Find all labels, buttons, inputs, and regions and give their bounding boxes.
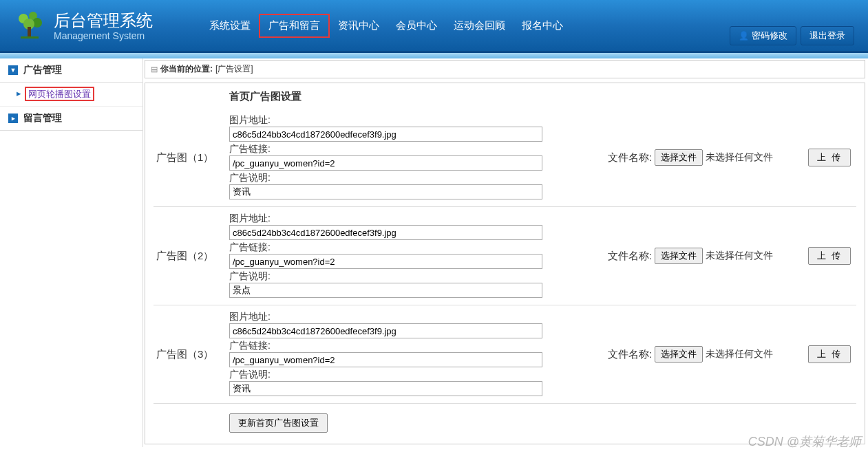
update-settings-button[interactable]: 更新首页广告图设置	[229, 413, 328, 433]
chevron-down-icon: ▼	[8, 65, 18, 75]
app-header: 后台管理系统 Management System 系统设置 广告和留言 资讯中心…	[0, 0, 868, 53]
sidebar-group-label: 留言管理	[23, 112, 62, 125]
sidebar-group-messages[interactable]: ▸ 留言管理	[0, 107, 142, 131]
file-name-label: 文件名称:	[608, 348, 652, 361]
ad-fields: 图片地址: 广告链接: 广告说明:	[229, 213, 573, 299]
logo-icon	[14, 9, 47, 42]
desc-label: 广告说明:	[229, 369, 573, 381]
app-title: 后台管理系统	[54, 10, 153, 32]
image-url-label: 图片地址:	[229, 213, 573, 225]
svg-rect-4	[28, 27, 31, 36]
nav-member-center[interactable]: 会员中心	[388, 15, 445, 36]
submit-area: 更新首页广告图设置	[229, 413, 856, 433]
upload-button[interactable]: 上 传	[808, 247, 851, 265]
ad-label: 广告图（2）	[154, 250, 229, 263]
top-nav: 系统设置 广告和留言 资讯中心 会员中心 运动会回顾 报名中心	[201, 0, 571, 51]
file-area: 文件名称: 选择文件 未选择任何文件	[573, 248, 801, 264]
ad-fields: 图片地址: 广告链接: 广告说明:	[229, 114, 573, 201]
bullet-icon: ▸	[17, 88, 21, 98]
settings-panel: 首页广告图设置 广告图（1） 图片地址: 广告链接: 广告说明:	[145, 83, 865, 444]
logo-area: 后台管理系统 Management System	[14, 9, 153, 42]
file-name-label: 文件名称:	[608, 151, 652, 164]
file-area: 文件名称: 选择文件 未选择任何文件	[573, 149, 801, 166]
user-icon: 👤	[739, 31, 749, 41]
nav-signup-center[interactable]: 报名中心	[514, 15, 571, 36]
file-status: 未选择任何文件	[706, 348, 773, 360]
sidebar-item-label: 网页轮播图设置	[25, 87, 94, 101]
ad-row-2: 广告图（2） 图片地址: 广告链接: 广告说明:	[154, 207, 856, 305]
change-password-label: 密码修改	[752, 30, 787, 42]
sidebar: ▼ 广告管理 ▸ 网页轮播图设置 ▸ 留言管理	[0, 58, 143, 447]
file-status: 未选择任何文件	[706, 151, 773, 164]
file-status: 未选择任何文件	[706, 250, 773, 262]
app-subtitle: Management System	[54, 30, 153, 41]
main-container: ▼ 广告管理 ▸ 网页轮播图设置 ▸ 留言管理 ▤ 你当前的位置: [广告设置]…	[0, 58, 868, 447]
desc-input[interactable]	[229, 184, 542, 199]
panel-title: 首页广告图设置	[229, 90, 856, 103]
nav-ads-messages[interactable]: 广告和留言	[259, 14, 330, 38]
image-url-label: 图片地址:	[229, 311, 573, 323]
image-url-label: 图片地址:	[229, 114, 573, 127]
file-area: 文件名称: 选择文件 未选择任何文件	[573, 346, 801, 363]
link-input[interactable]	[229, 352, 542, 367]
choose-file-button[interactable]: 选择文件	[655, 149, 703, 166]
link-input[interactable]	[229, 155, 542, 171]
ad-row-1: 广告图（1） 图片地址: 广告链接: 广告说明:	[154, 109, 856, 207]
image-url-input[interactable]	[229, 225, 542, 240]
svg-rect-5	[21, 36, 39, 39]
image-url-input[interactable]	[229, 127, 542, 142]
ad-fields: 图片地址: 广告链接: 广告说明:	[229, 311, 573, 398]
nav-sports-review[interactable]: 运动会回顾	[445, 15, 514, 36]
document-icon: ▤	[151, 65, 158, 74]
link-label: 广告链接:	[229, 143, 573, 155]
nav-news-center[interactable]: 资讯中心	[330, 15, 388, 36]
breadcrumb: ▤ 你当前的位置: [广告设置]	[145, 60, 865, 78]
choose-file-button[interactable]: 选择文件	[655, 248, 703, 264]
logout-button[interactable]: 退出登录	[801, 26, 854, 45]
desc-label: 广告说明:	[229, 270, 573, 283]
link-label: 广告链接:	[229, 340, 573, 352]
choose-file-button[interactable]: 选择文件	[655, 346, 703, 363]
upload-button[interactable]: 上 传	[808, 345, 851, 363]
nav-system-settings[interactable]: 系统设置	[201, 15, 259, 36]
link-label: 广告链接:	[229, 241, 573, 254]
image-url-input[interactable]	[229, 323, 542, 338]
ad-row-3: 广告图（3） 图片地址: 广告链接: 广告说明:	[154, 305, 856, 404]
logout-label: 退出登录	[809, 30, 845, 42]
change-password-button[interactable]: 👤 密码修改	[730, 26, 796, 45]
file-name-label: 文件名称:	[608, 250, 652, 263]
chevron-right-icon: ▸	[8, 114, 18, 123]
upload-button[interactable]: 上 传	[808, 149, 851, 166]
desc-label: 广告说明:	[229, 172, 573, 184]
header-accent-bar	[0, 53, 868, 58]
logo-text: 后台管理系统 Management System	[54, 10, 153, 41]
ad-label: 广告图（3）	[154, 348, 229, 361]
ad-label: 广告图（1）	[154, 151, 229, 164]
breadcrumb-prefix: 你当前的位置:	[160, 63, 213, 75]
sidebar-item-carousel-settings[interactable]: ▸ 网页轮播图设置	[0, 83, 142, 107]
desc-input[interactable]	[229, 381, 542, 396]
desc-input[interactable]	[229, 283, 542, 298]
sidebar-group-ads[interactable]: ▼ 广告管理	[0, 58, 142, 83]
sidebar-group-label: 广告管理	[23, 64, 62, 76]
user-panel: 👤 密码修改 退出登录	[730, 26, 854, 45]
link-input[interactable]	[229, 254, 542, 269]
breadcrumb-location: [广告设置]	[215, 63, 253, 75]
content-area: ▤ 你当前的位置: [广告设置] 首页广告图设置 广告图（1） 图片地址: 广告…	[143, 58, 868, 447]
